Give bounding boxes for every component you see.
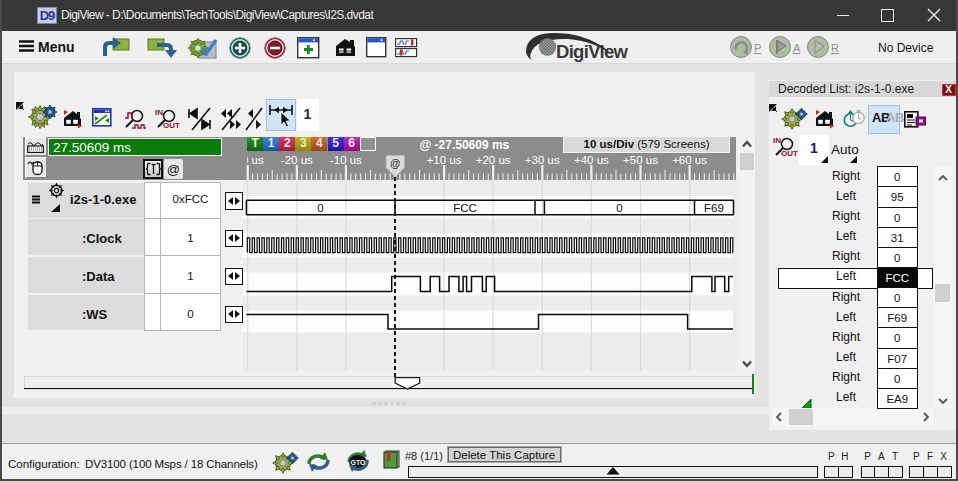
svg-text:IN: IN xyxy=(773,136,781,145)
svg-text:@: @ xyxy=(390,157,400,169)
svg-text:GTO: GTO xyxy=(350,459,366,466)
svg-text:P: P xyxy=(754,42,761,54)
svg-text:F69: F69 xyxy=(704,202,724,214)
svg-text:FCC: FCC xyxy=(453,202,477,214)
svg-text:OUT: OUT xyxy=(163,121,180,130)
svg-text:R: R xyxy=(831,42,839,54)
svg-text:0: 0 xyxy=(317,202,323,214)
svg-text:DigiView: DigiView xyxy=(556,41,628,62)
svg-text:0: 0 xyxy=(616,202,622,214)
svg-text:IN: IN xyxy=(155,108,163,117)
svg-text:A: A xyxy=(793,42,801,54)
svg-text:OUT: OUT xyxy=(781,149,798,158)
